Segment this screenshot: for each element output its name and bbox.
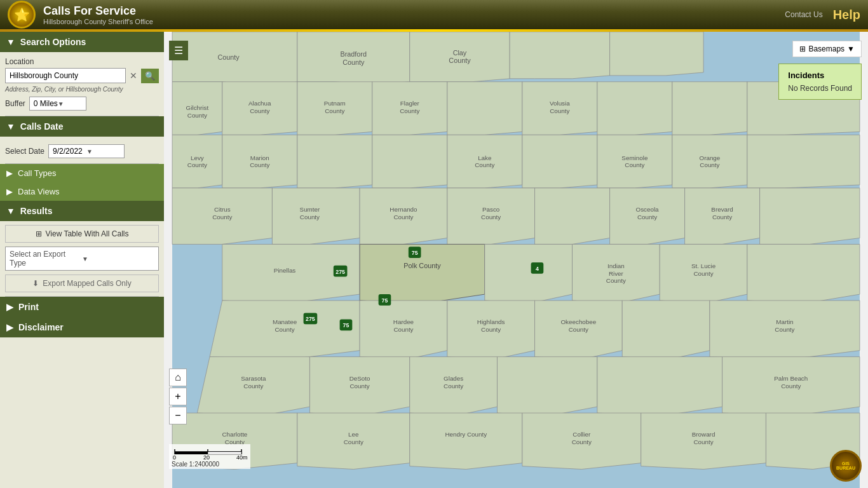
svg-text:Levy: Levy — [191, 154, 204, 161]
svg-text:County: County — [275, 326, 295, 333]
buffer-dropdown[interactable]: 0 Miles ▼ — [29, 97, 86, 111]
svg-text:County: County — [350, 383, 370, 390]
svg-marker-102 — [597, 356, 722, 416]
svg-text:Martin: Martin — [776, 318, 793, 325]
svg-text:Collier: Collier — [573, 431, 591, 438]
svg-text:County: County — [775, 326, 794, 333]
svg-text:DeSoto: DeSoto — [349, 375, 370, 382]
svg-text:County: County — [449, 57, 471, 64]
svg-marker-35 — [522, 135, 597, 188]
results-section: ⊞ View Table With All Calls Select an Ex… — [0, 221, 164, 296]
svg-text:County: County — [700, 161, 719, 168]
gis-label: GISBUREAU — [836, 461, 855, 470]
svg-text:County: County — [393, 326, 413, 333]
svg-marker-74 — [747, 244, 860, 303]
incidents-panel: Incidents No Records Found — [778, 64, 862, 100]
svg-text:Clay: Clay — [453, 49, 467, 57]
calls-date-arrow: ▼ — [6, 121, 15, 132]
print-header[interactable]: ▶ Print — [0, 297, 164, 317]
export-mapped-label: Export Mapped Calls Only — [43, 279, 131, 288]
date-dropdown[interactable]: 9/2/2022 ▼ — [48, 144, 125, 158]
svg-text:County: County — [217, 53, 240, 61]
svg-text:St. Lucie: St. Lucie — [691, 262, 716, 269]
svg-marker-38 — [747, 135, 860, 188]
sidebar-toggle-button[interactable]: ☰ — [169, 41, 188, 60]
svg-marker-4 — [510, 32, 609, 79]
calls-date-header[interactable]: ▼ Calls Date — [0, 116, 164, 137]
app-subtitle: Hillsborough County Sheriff's Office — [43, 18, 153, 25]
svg-text:County: County — [187, 161, 207, 168]
select-date-label: Select Date — [5, 147, 44, 156]
export-arrow-icon: ▼ — [82, 255, 154, 262]
svg-text:Seminole: Seminole — [621, 154, 648, 161]
svg-text:75: 75 — [343, 322, 349, 329]
results-header[interactable]: ▼ Results — [0, 201, 164, 221]
svg-text:County: County — [606, 277, 626, 284]
svg-marker-71 — [485, 244, 573, 303]
svg-text:County: County — [300, 214, 320, 220]
map-svg: County Bradford County Clay County Gilch… — [164, 32, 868, 488]
grid-icon: ⊞ — [799, 44, 806, 53]
help-link[interactable]: Help — [833, 8, 860, 22]
svg-text:Glades: Glades — [444, 375, 463, 382]
scale-text: Scale 1:2400000 — [172, 461, 248, 468]
home-button[interactable]: ⌂ — [169, 369, 187, 386]
location-input-row: ✕ 🔍 — [5, 68, 159, 83]
svg-text:Hendry County: Hendry County — [445, 431, 487, 438]
svg-text:County: County — [325, 107, 344, 114]
svg-text:County: County — [400, 107, 419, 114]
clear-button[interactable]: ✕ — [127, 69, 140, 82]
data-views-label: Data Views — [18, 187, 60, 196]
svg-marker-15 — [447, 82, 522, 135]
svg-marker-86 — [622, 301, 710, 360]
svg-text:275: 275 — [306, 316, 315, 322]
export-dropdown[interactable]: Select an Export Type ▼ — [5, 247, 159, 271]
location-input[interactable] — [5, 68, 126, 83]
svg-text:275: 275 — [336, 269, 345, 275]
disclaimer-header[interactable]: ▶ Disclaimer — [0, 317, 164, 337]
svg-text:Hardee: Hardee — [393, 318, 414, 325]
view-table-button[interactable]: ⊞ View Table With All Calls — [5, 225, 159, 243]
export-mapped-button[interactable]: ⬇ Export Mapped Calls Only — [5, 274, 159, 292]
svg-text:Sarasota: Sarasota — [241, 375, 266, 382]
svg-text:Pinellas: Pinellas — [274, 267, 296, 274]
data-views-header[interactable]: ▶ Data Views — [0, 182, 164, 201]
svg-text:Hernando: Hernando — [390, 206, 417, 213]
svg-text:County: County — [475, 161, 494, 168]
basemaps-button[interactable]: ⊞ Basemaps ▼ — [792, 41, 862, 57]
svg-text:Broward: Broward — [692, 431, 715, 438]
svg-marker-5 — [610, 32, 704, 76]
map-area[interactable]: ☰ ⊞ Basemaps ▼ County Bradford County Cl… — [164, 32, 868, 488]
svg-text:River: River — [609, 270, 624, 277]
svg-text:County: County — [187, 112, 207, 119]
incidents-message: No Records Found — [788, 84, 852, 93]
call-types-header[interactable]: ▶ Call Types — [0, 164, 164, 182]
location-section: Location ✕ 🔍 Address, Zip, City, or Hill… — [0, 52, 164, 116]
view-table-label: View Table With All Calls — [46, 229, 129, 238]
date-value: 9/2/2022 — [53, 147, 86, 156]
svg-text:County: County — [393, 214, 413, 220]
scale-bar: 0 20 40mi Scale 1:2400000 — [169, 444, 250, 469]
svg-text:Bradford: Bradford — [341, 50, 367, 58]
map-controls: ⌂ + − — [169, 369, 187, 424]
contact-link[interactable]: Contact Us — [785, 10, 822, 19]
basemaps-arrow: ▼ — [847, 44, 855, 53]
svg-text:Manatee: Manatee — [273, 318, 297, 325]
disclaimer-arrow: ▶ — [6, 322, 13, 332]
svg-text:Marion: Marion — [250, 154, 269, 161]
svg-text:County: County — [781, 383, 801, 390]
export-select-row: Select an Export Type ▼ — [5, 247, 159, 271]
search-options-header[interactable]: ▼ Search Options — [0, 32, 164, 52]
svg-marker-70 — [360, 244, 485, 303]
print-arrow: ▶ — [6, 302, 13, 312]
data-views-arrow: ▶ — [6, 187, 13, 196]
svg-marker-32 — [297, 135, 372, 188]
svg-text:Osceola: Osceola — [636, 206, 660, 213]
search-options-arrow: ▼ — [6, 37, 15, 47]
svg-text:County: County — [550, 107, 569, 114]
zoom-out-button[interactable]: − — [169, 407, 187, 424]
search-button[interactable]: 🔍 — [141, 69, 159, 83]
zoom-in-button[interactable]: + — [169, 388, 187, 405]
svg-text:75: 75 — [382, 297, 388, 304]
svg-text:4: 4 — [536, 266, 539, 272]
